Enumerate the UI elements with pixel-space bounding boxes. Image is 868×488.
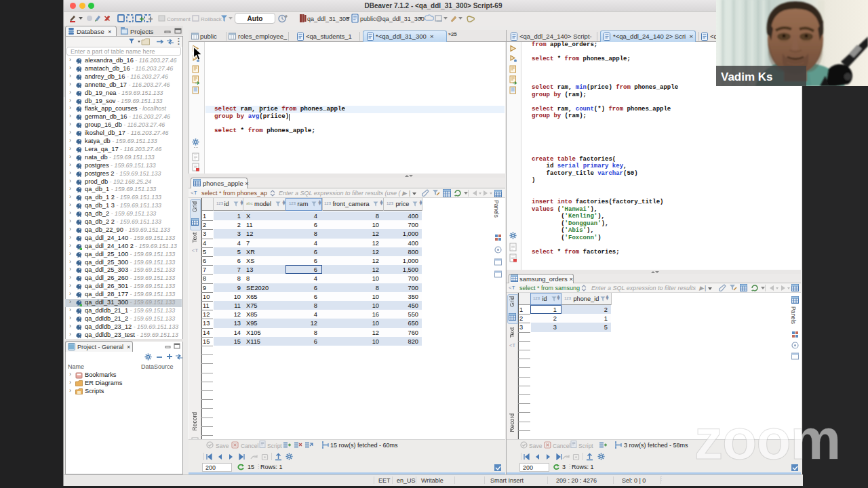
- svg-text:Vadim Ks: Vadim Ks: [721, 70, 773, 83]
